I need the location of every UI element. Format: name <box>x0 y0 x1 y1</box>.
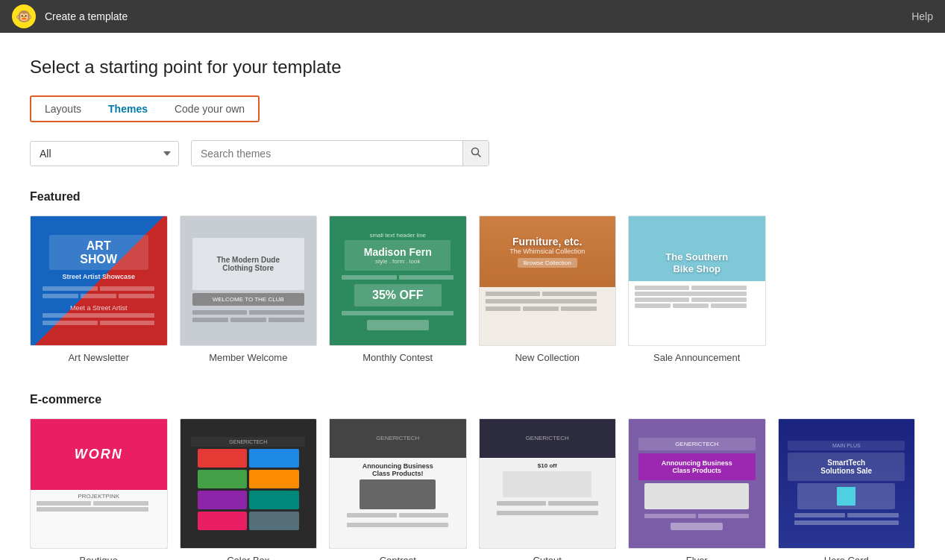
template-label: Flyer <box>628 555 766 560</box>
colorbox-grid <box>198 449 299 488</box>
category-dropdown[interactable]: All Featured E-commerce Newsletter Annou… <box>30 141 179 166</box>
template-tabs: Layouts Themes Code your own <box>30 95 260 122</box>
template-label: Cutout <box>479 555 617 560</box>
template-card[interactable]: GENERICTECH Announcing BusinessClass Pro… <box>628 418 766 560</box>
template-thumbnail: small text header line Madison Fern styl… <box>329 215 467 346</box>
template-card[interactable]: Furniture, etc. The Whimsical Collection… <box>479 215 617 363</box>
colorbox-grid-2 <box>198 491 299 530</box>
template-thumbnail: GENERICTECH $10 off <box>479 418 617 549</box>
nav-left: 🐵 Create a template <box>12 4 128 28</box>
top-nav: 🐵 Create a template Help <box>0 0 945 33</box>
ecommerce-grid: WORN PROJEKTPINK Boutique <box>30 418 915 560</box>
template-label: Member Welcome <box>180 352 318 363</box>
template-thumbnail: The SouthernBike Shop <box>628 215 766 346</box>
template-thumbnail: GENERICTECH <box>180 418 318 549</box>
nav-title: Create a template <box>45 10 128 22</box>
tab-code[interactable]: Code your own <box>161 97 258 121</box>
template-thumbnail: GENERICTECH Announcing BusinessClass Pro… <box>628 418 766 549</box>
search-icon <box>471 147 481 157</box>
tab-layouts[interactable]: Layouts <box>31 97 95 121</box>
filter-row: All Featured E-commerce Newsletter Annou… <box>30 140 915 166</box>
template-label: Color Box <box>180 555 318 560</box>
template-label: New Collection <box>479 352 617 363</box>
template-card[interactable]: The SouthernBike Shop Sale Announcement <box>628 215 766 363</box>
search-button[interactable] <box>462 141 489 166</box>
template-thumbnail: WORN PROJEKTPINK <box>30 418 168 549</box>
template-thumbnail: GENERICTECH Announcing BusinessClass Pro… <box>329 418 467 549</box>
help-link[interactable]: Help <box>911 10 933 22</box>
template-card[interactable]: GENERICTECH <box>180 418 318 560</box>
tab-themes[interactable]: Themes <box>95 97 161 121</box>
svg-line-1 <box>478 154 481 157</box>
template-label: Art Newsletter <box>30 352 168 363</box>
template-label: Sale Announcement <box>628 352 766 363</box>
featured-section: Featured ARTSHOW Street Artist Showcase … <box>30 190 915 363</box>
template-thumbnail: Furniture, etc. The Whimsical Collection… <box>479 215 617 346</box>
template-card[interactable]: The Modern DudeClothing Store WELCOME TO… <box>180 215 318 363</box>
search-input[interactable] <box>192 142 462 166</box>
template-card[interactable]: ARTSHOW Street Artist Showcase Meet a St… <box>30 215 168 363</box>
template-thumbnail: MAIN PLUS SmartTechSolutions Sale <box>778 418 916 549</box>
template-card[interactable]: small text header line Madison Fern styl… <box>329 215 467 363</box>
featured-grid: ARTSHOW Street Artist Showcase Meet a St… <box>30 215 915 363</box>
template-thumbnail: The Modern DudeClothing Store WELCOME TO… <box>180 215 318 346</box>
template-card[interactable]: MAIN PLUS SmartTechSolutions Sale Hero C… <box>778 418 916 560</box>
template-thumbnail: ARTSHOW Street Artist Showcase Meet a St… <box>30 215 168 346</box>
main-content: Select a starting point for your templat… <box>0 33 945 560</box>
template-label: Monthly Contest <box>329 352 467 363</box>
ecommerce-label: E-commerce <box>30 393 915 406</box>
template-card[interactable]: WORN PROJEKTPINK Boutique <box>30 418 168 560</box>
template-label: Hero Card <box>778 555 916 560</box>
template-card[interactable]: GENERICTECH Announcing BusinessClass Pro… <box>329 418 467 560</box>
page-title: Select a starting point for your templat… <box>30 57 915 78</box>
mailchimp-logo: 🐵 <box>12 4 36 28</box>
featured-label: Featured <box>30 190 915 204</box>
template-label: Contrast <box>329 555 467 560</box>
template-label: Boutique <box>30 555 168 560</box>
ecommerce-section: E-commerce WORN PROJEKTPINK <box>30 393 915 560</box>
search-container <box>191 140 489 166</box>
template-card[interactable]: GENERICTECH $10 off Cutout <box>479 418 617 560</box>
